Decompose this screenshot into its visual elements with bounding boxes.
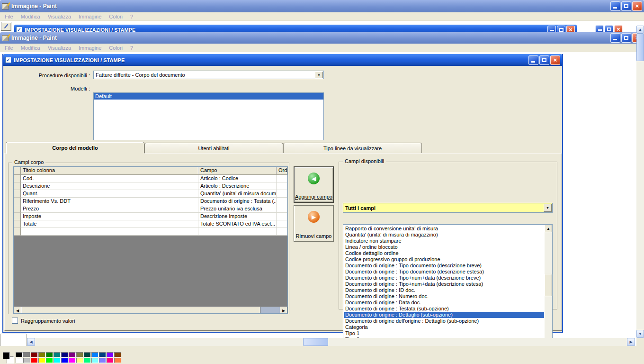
scroll-right-button[interactable]: ▶: [627, 338, 635, 346]
color-swatch[interactable]: [84, 352, 91, 357]
paint1-minimize-button[interactable]: [610, 1, 620, 11]
table-row[interactable]: Descrizione Articolo : Descrizione: [14, 182, 287, 190]
color-swatch[interactable]: [38, 352, 45, 357]
horizontal-scroll-thumb[interactable]: [303, 338, 328, 346]
available-field-item[interactable]: Quantita' (unita' di misura di magazzino…: [344, 232, 544, 238]
dialog-maximize-button[interactable]: [539, 55, 549, 65]
color-swatch[interactable]: [76, 352, 83, 357]
menu-immagine[interactable]: Immagine: [75, 13, 105, 20]
dropdown-button[interactable]: ▼: [544, 204, 552, 212]
color-swatch[interactable]: [84, 358, 91, 363]
dialog-titlebar[interactable]: ✓ IMPOSTAZIONE VISUALIZZAZIONI / STAMPE …: [3, 54, 562, 66]
color-swatch[interactable]: [16, 358, 23, 363]
grouping-checkbox[interactable]: [12, 318, 18, 324]
menu-colori[interactable]: Colori: [105, 44, 126, 52]
paint2-titlebar[interactable]: Immagine - Paint ×: [0, 32, 644, 44]
canvas-horizontal-scrollbar[interactable]: ◀ ▶: [27, 338, 635, 346]
add-field-button[interactable]: ◀ Aggiungi campo: [294, 166, 334, 203]
available-field-item[interactable]: Categoria: [344, 324, 544, 330]
color-swatch[interactable]: [54, 358, 61, 363]
paint1-maximize-button[interactable]: [621, 1, 631, 11]
vertical-scroll-thumb[interactable]: [636, 34, 644, 61]
color-swatch[interactable]: [38, 358, 45, 363]
table-row[interactable]: Prezzo Prezzo unitario iva esclusa: [14, 205, 287, 213]
color-swatch[interactable]: [54, 352, 61, 357]
table-row[interactable]: Cod. Articolo : Codice: [14, 175, 287, 182]
procedure-combobox[interactable]: Fatture differite - Corpo del documento …: [93, 71, 324, 79]
color-swatch[interactable]: [76, 358, 83, 363]
color-swatch[interactable]: [99, 352, 106, 357]
dialog-close-button[interactable]: ×: [550, 55, 560, 65]
column-header-ordine[interactable]: Ordi: [277, 167, 287, 175]
grid-horizontal-scrollbar[interactable]: ◀ ▶: [14, 307, 287, 314]
available-field-item[interactable]: Documento di origine : Testata (sub-opzi…: [344, 306, 544, 312]
available-field-item[interactable]: Indicatore non stampare: [344, 238, 544, 244]
scroll-down-button[interactable]: ▼: [636, 330, 644, 338]
dialog-minimize-button[interactable]: [528, 55, 538, 65]
available-field-item[interactable]: Documento di origine : Numero doc.: [344, 293, 544, 300]
color-swatch[interactable]: [31, 358, 38, 363]
color-swatch[interactable]: [16, 352, 23, 357]
available-field-item[interactable]: Documento di origine : Tipo+num+data (de…: [344, 281, 544, 287]
color-swatch[interactable]: [91, 358, 98, 363]
color-swatch[interactable]: [61, 358, 68, 363]
canvas-vertical-scrollbar[interactable]: ▲ ▼: [636, 26, 644, 338]
paint2-minimize-button[interactable]: [610, 33, 620, 43]
column-header-campo[interactable]: Campo: [198, 167, 277, 175]
menu-help[interactable]: ?: [126, 44, 137, 52]
vertical-scroll-thumb[interactable]: [545, 274, 552, 296]
menu-help[interactable]: ?: [126, 13, 137, 20]
paint1-titlebar[interactable]: Immagine - Paint ×: [0, 0, 644, 12]
color-swatch[interactable]: [31, 352, 38, 357]
menu-immagine[interactable]: Immagine: [75, 44, 105, 52]
available-field-item[interactable]: Rapporto di conversione unita' di misura: [344, 226, 544, 232]
current-colors-indicator[interactable]: [2, 352, 15, 364]
menu-file[interactable]: File: [1, 13, 17, 20]
scroll-up-button[interactable]: ▲: [636, 26, 644, 34]
remove-field-button[interactable]: ▶ Rimuovi campo: [294, 205, 334, 242]
model-item-selected[interactable]: Default: [94, 93, 323, 100]
list-vertical-scrollbar[interactable]: ▲ ▼: [545, 225, 552, 349]
color-swatch[interactable]: [61, 352, 68, 357]
available-field-item[interactable]: Documento di origine : Tipo documento (d…: [344, 263, 544, 269]
table-row[interactable]: Riferimento Vs. DDT Documento di origine…: [14, 198, 287, 205]
available-field-item[interactable]: Codice progressivo gruppo di produzione: [344, 256, 544, 263]
available-field-item[interactable]: Documento di origine : ID doc.: [344, 287, 544, 293]
table-row-empty[interactable]: [14, 228, 287, 236]
scroll-up-button[interactable]: ▲: [545, 225, 552, 232]
color-swatch[interactable]: [107, 352, 114, 357]
column-header-titolo[interactable]: Titolo colonna: [21, 167, 198, 175]
tab-corpo-del-modello[interactable]: Corpo del modello: [6, 142, 144, 154]
available-field-item-selected[interactable]: Documento di origine : Dettaglio (sub-op…: [344, 312, 544, 318]
tab-tipo-linee[interactable]: Tipo linee da visualizzare: [283, 143, 422, 154]
available-fields-listbox[interactable]: Rapporto di conversione unita' di misura…: [343, 224, 553, 350]
available-field-item[interactable]: Tipo 1: [344, 330, 544, 337]
available-field-item[interactable]: Documento di origine : Data doc.: [344, 300, 544, 306]
horizontal-scroll-thumb[interactable]: [21, 307, 260, 314]
available-field-item[interactable]: Documento di origine dell'origine : Dett…: [344, 318, 544, 324]
field-filter-combobox[interactable]: Tutti i campi ▼: [343, 203, 553, 213]
scroll-right-button[interactable]: ▶: [280, 307, 287, 314]
scroll-left-button[interactable]: ◀: [27, 338, 35, 346]
available-field-item[interactable]: Codice dettaglio ordine: [344, 250, 544, 256]
color-swatch[interactable]: [46, 352, 53, 357]
scroll-left-button[interactable]: ◀: [14, 307, 21, 314]
color-swatch[interactable]: [69, 358, 76, 363]
color-swatch[interactable]: [69, 352, 76, 357]
color-swatch[interactable]: [91, 352, 98, 357]
color-swatch[interactable]: [107, 358, 114, 363]
menu-visualizza[interactable]: Visualizza: [44, 44, 75, 52]
dropdown-button[interactable]: ▼: [315, 72, 323, 78]
available-field-item[interactable]: Linea / ordine bloccato: [344, 244, 544, 250]
menu-file[interactable]: File: [1, 44, 17, 52]
background-tool-icon[interactable]: [1, 22, 11, 31]
menu-modifica[interactable]: Modifica: [17, 44, 44, 52]
color-swatch[interactable]: [114, 358, 121, 363]
available-field-item[interactable]: Documento di origine : Tipo documento (d…: [344, 269, 544, 275]
table-row[interactable]: Quant. Quantita' (unita' di misura docum…: [14, 190, 287, 198]
models-listbox[interactable]: Default: [93, 92, 324, 140]
table-row[interactable]: Totale Totale SCONTATO ed IVA escl...: [14, 220, 287, 228]
menu-modifica[interactable]: Modifica: [17, 13, 44, 20]
tab-utenti-abilitati[interactable]: Utenti abilitati: [144, 143, 283, 154]
paint1-close-button[interactable]: ×: [632, 1, 642, 11]
